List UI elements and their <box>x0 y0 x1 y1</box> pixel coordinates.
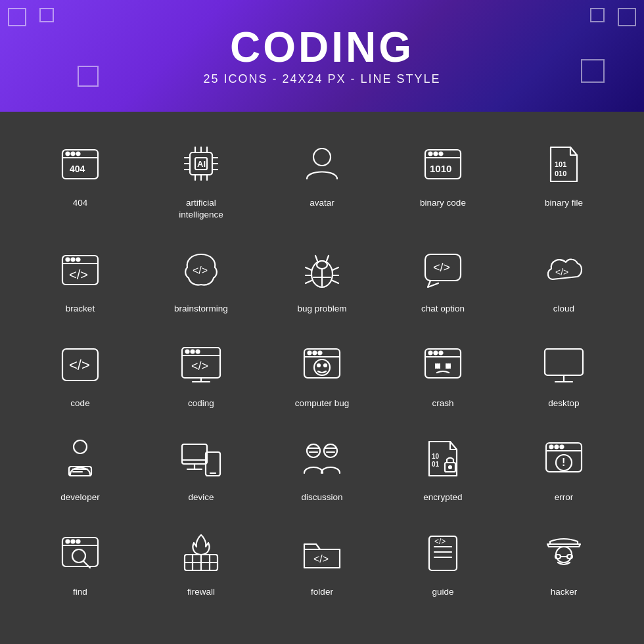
icon-item-encrypted: 10 01 encrypted <box>382 419 503 507</box>
icon-label-bug-problem: bug problem <box>297 303 346 315</box>
svg-point-3 <box>72 152 75 156</box>
icon-chat-option: </> <box>413 240 472 299</box>
icon-bug-problem <box>292 240 352 299</box>
svg-line-39 <box>306 267 311 270</box>
icon-item-folder: </> folder <box>262 514 382 602</box>
icon-label-firewall: firewall <box>187 586 215 598</box>
svg-text:10: 10 <box>432 453 440 460</box>
header: CODING 25 ICONS - 24X24 PX - LINE STYLE <box>0 0 644 112</box>
svg-point-32 <box>66 258 70 262</box>
icon-404: 404 <box>51 134 110 193</box>
icon-error: ! <box>534 428 593 488</box>
svg-text:010: 010 <box>555 170 566 177</box>
icon-desktop <box>534 334 593 394</box>
icons-grid: 404 404 AI artificialintelligence a <box>0 112 644 614</box>
icon-item-crash: crash <box>382 325 503 413</box>
icon-label-device: device <box>188 492 214 503</box>
svg-point-33 <box>72 258 75 262</box>
icon-label-404: 404 <box>73 197 88 209</box>
icon-label-discussion: discussion <box>301 492 342 503</box>
svg-point-107 <box>550 446 553 449</box>
svg-point-116 <box>77 540 80 543</box>
icon-encrypted: 10 01 <box>413 428 472 488</box>
svg-text:</>: </> <box>69 357 90 373</box>
svg-point-67 <box>319 351 322 354</box>
icon-hacker <box>534 523 593 582</box>
icon-item-developer: developer <box>20 419 141 507</box>
svg-line-41 <box>306 281 311 283</box>
svg-text:</>: </> <box>555 267 568 277</box>
icon-item-device: device <box>141 419 262 507</box>
icon-item-computer-bug: computer bug <box>262 325 382 413</box>
svg-point-4 <box>77 152 80 156</box>
svg-point-95 <box>307 444 320 457</box>
svg-point-114 <box>66 540 70 543</box>
icon-item-avatar: avatar <box>262 125 382 224</box>
icon-item-ai: AI artificialintelligence <box>141 125 262 224</box>
svg-line-42 <box>333 267 338 270</box>
icon-label-find: find <box>73 586 87 598</box>
svg-rect-38 <box>317 261 327 269</box>
svg-text:</>: </> <box>193 265 208 276</box>
icon-code: </> <box>51 334 110 394</box>
icon-find <box>51 523 110 582</box>
icon-item-bug-problem: bug problem <box>262 231 382 319</box>
svg-text:AI: AI <box>197 159 206 169</box>
icon-item-find: find <box>20 514 141 602</box>
icon-item-binary-code: 1010 binary code <box>382 125 503 224</box>
svg-text:1010: 1010 <box>430 163 451 174</box>
svg-point-74 <box>434 351 438 354</box>
icon-label-binary-file: binary file <box>545 197 583 209</box>
svg-text:</>: </> <box>313 553 329 564</box>
svg-point-104 <box>449 466 451 469</box>
icon-item-error: ! error <box>503 419 624 507</box>
svg-text:</>: </> <box>69 267 88 282</box>
icon-coding: </> <box>172 334 231 394</box>
svg-point-57 <box>191 350 195 353</box>
icon-developer <box>51 428 110 488</box>
icon-label-computer-bug: computer bug <box>295 398 350 409</box>
icon-label-avatar: avatar <box>310 197 334 209</box>
icon-item-chat-option: </> chat option <box>382 231 503 319</box>
icon-label-error: error <box>555 492 574 503</box>
icon-binary-code: 1010 <box>413 134 472 193</box>
deco-square-5 <box>590 8 605 22</box>
icon-item-binary-file: 101 010 binary file <box>503 125 624 224</box>
svg-rect-89 <box>182 444 207 464</box>
icon-label-brainstorming: brainstorming <box>174 303 228 315</box>
deco-square-4 <box>618 8 636 26</box>
svg-point-73 <box>429 351 432 354</box>
header-subtitle: 25 ICONS - 24X24 PX - LINE STYLE <box>203 72 440 86</box>
svg-point-75 <box>440 351 443 354</box>
icon-avatar <box>292 134 352 193</box>
icon-guide: </> <box>413 523 472 582</box>
icon-label-hacker: hacker <box>551 586 578 598</box>
icon-item-hacker: hacker <box>503 514 624 602</box>
icon-item-bracket: </> bracket <box>20 231 141 319</box>
icon-label-binary-code: binary code <box>420 197 466 209</box>
icon-item-code: </> code <box>20 325 141 413</box>
svg-point-69 <box>317 364 320 367</box>
icon-label-crash: crash <box>432 398 453 409</box>
svg-point-115 <box>72 540 75 543</box>
svg-point-26 <box>440 152 443 156</box>
icon-item-firewall: firewall <box>141 514 262 602</box>
svg-point-2 <box>66 152 70 156</box>
icon-crash <box>413 334 472 394</box>
icon-label-bracket: bracket <box>66 303 95 315</box>
icon-item-desktop: desktop <box>503 325 624 413</box>
icon-label-coding: coding <box>188 398 214 409</box>
icon-label-guide: guide <box>432 586 453 598</box>
svg-rect-93 <box>206 452 220 476</box>
svg-point-21 <box>313 149 331 166</box>
svg-point-25 <box>434 152 438 156</box>
icon-label-developer: developer <box>60 492 99 503</box>
svg-point-85 <box>74 440 87 453</box>
svg-text:01: 01 <box>432 461 440 468</box>
icon-firewall <box>172 523 231 582</box>
icon-label-encrypted: encrypted <box>423 492 462 503</box>
icon-item-cloud: </> cloud <box>503 231 624 319</box>
icon-item-guide: </> guide <box>382 514 503 602</box>
deco-square-6 <box>581 59 605 83</box>
icon-label-code: code <box>70 398 89 409</box>
